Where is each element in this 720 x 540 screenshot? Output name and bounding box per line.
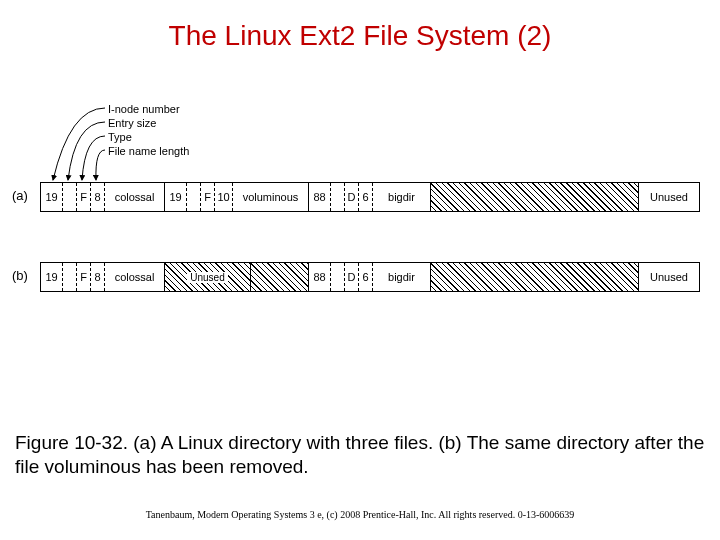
row-a-label: (a) bbox=[12, 188, 28, 203]
unused-label: Unused bbox=[187, 272, 227, 283]
cell: F bbox=[77, 263, 91, 291]
cell: D bbox=[345, 183, 359, 211]
unused-region bbox=[431, 183, 639, 211]
row-b: 19 F 8 colossal Unused 88 D 6 bigdir Unu… bbox=[40, 262, 700, 292]
cell: 10 bbox=[215, 183, 233, 211]
unused-region bbox=[251, 263, 309, 291]
cell bbox=[331, 183, 345, 211]
page-title: The Linux Ext2 File System (2) bbox=[0, 20, 720, 52]
label-type: Type bbox=[108, 130, 189, 144]
cell: D bbox=[345, 263, 359, 291]
cell: 6 bbox=[359, 263, 373, 291]
label-name-length: File name length bbox=[108, 144, 189, 158]
label-inode: I-node number bbox=[108, 102, 189, 116]
cell: F bbox=[77, 183, 91, 211]
diagram: I-node number Entry size Type File name … bbox=[0, 102, 720, 362]
cell-name: colossal bbox=[105, 263, 165, 291]
cell-name: colossal bbox=[105, 183, 165, 211]
unused-region bbox=[431, 263, 639, 291]
field-labels: I-node number Entry size Type File name … bbox=[108, 102, 189, 158]
cell-name: bigdir bbox=[373, 183, 431, 211]
credit-line: Tanenbaum, Modern Operating Systems 3 e,… bbox=[0, 509, 720, 520]
cell bbox=[187, 183, 201, 211]
figure-caption: Figure 10-32. (a) A Linux directory with… bbox=[15, 431, 705, 480]
cell: 19 bbox=[165, 183, 187, 211]
cell-name: bigdir bbox=[373, 263, 431, 291]
cell bbox=[331, 263, 345, 291]
row-b-label: (b) bbox=[12, 268, 28, 283]
cell: 88 bbox=[309, 183, 331, 211]
cell-name: voluminous bbox=[233, 183, 309, 211]
cell: F bbox=[201, 183, 215, 211]
unused-region: Unused bbox=[165, 263, 251, 291]
cell: 8 bbox=[91, 263, 105, 291]
cell bbox=[63, 263, 77, 291]
label-entry-size: Entry size bbox=[108, 116, 189, 130]
cell: 88 bbox=[309, 263, 331, 291]
cell: 6 bbox=[359, 183, 373, 211]
cell: 19 bbox=[41, 263, 63, 291]
unused-label: Unused bbox=[639, 263, 699, 291]
unused-label: Unused bbox=[639, 183, 699, 211]
cell: 8 bbox=[91, 183, 105, 211]
cell: 19 bbox=[41, 183, 63, 211]
row-a: 19 F 8 colossal 19 F 10 voluminous 88 D … bbox=[40, 182, 700, 212]
cell bbox=[63, 183, 77, 211]
